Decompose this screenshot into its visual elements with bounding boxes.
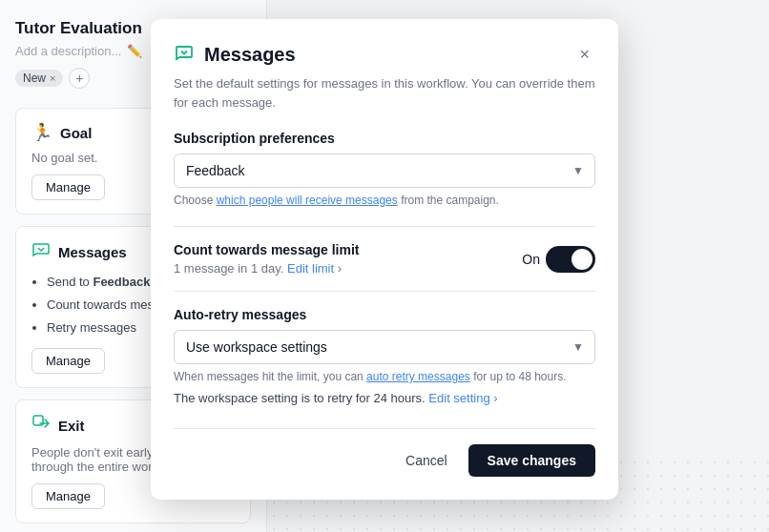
modal-messages-icon (174, 42, 195, 67)
messages-modal: Messages × Set the default settings for … (151, 19, 618, 500)
auto-retry-hint-link[interactable]: auto retry messages (366, 370, 470, 383)
divider-2 (174, 291, 595, 292)
toggle-switch[interactable] (546, 246, 595, 273)
auto-retry-select[interactable]: Use workspace settings Custom Disabled (174, 330, 595, 364)
cancel-button[interactable]: Cancel (394, 445, 459, 476)
subscription-hint: Choose which people will receive message… (174, 194, 595, 207)
auto-retry-section: Auto-retry messages Use workspace settin… (174, 307, 595, 405)
toggle-on-label: On (522, 252, 540, 267)
modal-close-button[interactable]: × (573, 43, 595, 67)
subscription-hint-link[interactable]: which people will receive messages (217, 194, 398, 207)
workspace-hint: The workspace setting is to retry for 24… (174, 391, 595, 405)
auto-retry-select-wrapper: Use workspace settings Custom Disabled ▼ (174, 330, 595, 364)
message-limit-desc: 1 message in 1 day. Edit limit › (174, 261, 510, 276)
subscription-label: Subscription preferences (174, 131, 595, 146)
toggle-control[interactable]: On (522, 246, 595, 273)
modal-overlay: Messages × Set the default settings for … (0, 0, 769, 532)
auto-retry-label: Auto-retry messages (174, 307, 595, 322)
message-limit-label: Count towards message limit (174, 242, 510, 257)
modal-header: Messages × (174, 42, 595, 67)
auto-retry-hint: When messages hit the limit, you can aut… (174, 370, 595, 383)
subscription-select-wrapper: Feedback Marketing Transactional ▼ (174, 153, 595, 188)
edit-setting-link[interactable]: Edit setting › (428, 391, 497, 405)
message-limit-row: Count towards message limit 1 message in… (174, 242, 595, 276)
toggle-thumb (572, 249, 592, 270)
save-changes-button[interactable]: Save changes (468, 444, 595, 477)
modal-title: Messages (204, 44, 296, 66)
edit-limit-link[interactable]: Edit limit (287, 261, 334, 276)
modal-footer: Cancel Save changes (174, 428, 595, 477)
subscription-section: Subscription preferences Feedback Market… (174, 131, 595, 207)
divider-1 (174, 226, 595, 227)
modal-subtitle: Set the default settings for messages in… (174, 74, 595, 112)
subscription-select[interactable]: Feedback Marketing Transactional (174, 153, 595, 188)
